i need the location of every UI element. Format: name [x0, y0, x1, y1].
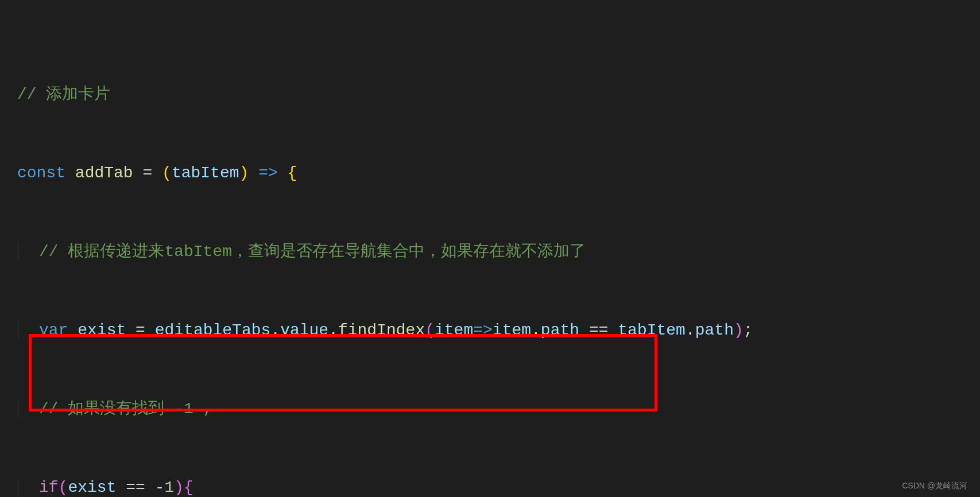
paren-close: ) [734, 321, 743, 339]
paren-open: ( [425, 321, 435, 339]
operator: == [579, 321, 618, 339]
comment: // 添加卡片 [17, 86, 110, 103]
keyword: const [17, 164, 65, 182]
method: findIndex [338, 321, 425, 339]
keyword: if [39, 479, 59, 496]
code-editor[interactable]: // 添加卡片 const addTab = (tabItem) => { //… [0, 0, 980, 497]
function-name: addTab [75, 164, 133, 182]
code-line: if(exist == -1){ [0, 475, 980, 497]
variable: exist [78, 321, 126, 339]
variable: exist [68, 479, 116, 496]
property: path [695, 321, 734, 339]
space [65, 164, 75, 182]
keyword: var [39, 321, 68, 339]
semicolon: ; [743, 321, 753, 339]
property: path [541, 321, 579, 339]
brace-open: { [184, 479, 193, 496]
code-line: // 添加卡片 [0, 82, 980, 107]
paren-open: ( [59, 479, 68, 496]
code-line: // 如果没有找到 -1 , [0, 397, 980, 422]
parameter: item [435, 321, 473, 339]
arrow: => [473, 321, 493, 339]
identifier: editableTabs [155, 321, 271, 339]
watermark: CSDN @龙崎流河 [902, 481, 967, 491]
operator: == [116, 479, 154, 496]
arrow: => [249, 164, 287, 182]
identifier: item [493, 321, 531, 339]
comment: // 如果没有找到 -1 , [39, 400, 212, 418]
operator: = [133, 164, 162, 182]
code-line: // 根据传递进来tabItem，查询是否存在导航集合中，如果存在就不添加了 [0, 239, 980, 265]
code-line: var exist = editableTabs.value.findIndex… [0, 318, 980, 343]
paren-close: ) [174, 479, 184, 496]
brace-open: { [288, 164, 297, 182]
number: 1 [164, 479, 174, 496]
identifier: tabItem [618, 321, 685, 339]
paren-close: ) [239, 164, 249, 182]
property: value [280, 321, 328, 339]
parameter: tabItem [172, 164, 239, 182]
paren-open: ( [162, 164, 172, 182]
code-line: const addTab = (tabItem) => { [0, 161, 980, 186]
operator: - [155, 479, 165, 496]
comment: // 根据传递进来tabItem，查询是否存在导航集合中，如果存在就不添加了 [39, 243, 586, 261]
